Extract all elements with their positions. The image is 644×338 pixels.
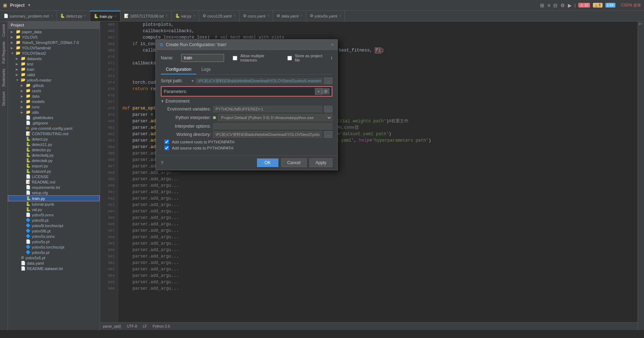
tree-item[interactable]: ▶ 📁 train — [8, 67, 100, 72]
tree-item[interactable]: 🔷 yolov5s.onnx — [8, 234, 100, 239]
tree-item[interactable]: 📄 LICENSE — [8, 174, 100, 179]
script-path-dropdown-icon[interactable]: ▼ — [191, 79, 194, 83]
tree-item[interactable]: 🔷 yolov5l.pt — [8, 217, 100, 223]
left-tool-commit[interactable]: Commit — [2, 24, 6, 36]
tree-item[interactable]: 🐍 detector.py — [8, 147, 100, 152]
tree-item[interactable]: 🐍 detectwbj.py — [8, 152, 100, 158]
working-dir-input[interactable] — [213, 131, 322, 138]
apply-button[interactable]: Apply — [309, 158, 332, 167]
interp-options-input[interactable] — [213, 123, 332, 129]
tree-item[interactable]: ▶ 📁 .github — [8, 83, 100, 88]
tree-item[interactable]: 📄 setup.cfg — [8, 190, 100, 195]
tree-item[interactable]: 🔷 yolov5l6.pt — [8, 228, 100, 234]
working-dir-browse-button[interactable]: ... — [324, 131, 332, 138]
tab-summary[interactable]: 📄 summary_problem.md × — [0, 11, 56, 21]
tree-item[interactable]: 📄 README.dataset.txt — [8, 266, 100, 271]
dialog-name-input[interactable] — [181, 54, 224, 62]
parameters-expand-button[interactable]: ⊞ — [322, 88, 330, 94]
cancel-button[interactable]: Cancel — [281, 158, 307, 167]
tree-item[interactable]: 🐍 detect11.py — [8, 142, 100, 147]
add-content-roots-checkbox[interactable] — [164, 139, 169, 144]
add-source-roots-checkbox[interactable] — [164, 146, 169, 150]
close-tab-4[interactable]: × — [193, 14, 195, 18]
parameters-input[interactable] — [192, 89, 314, 94]
sidebar-item-train[interactable]: 🐍 train.py — [8, 195, 100, 201]
settings-icon[interactable]: ⚙ — [560, 3, 565, 8]
tree-item[interactable]: 🐍 detectwk.py — [8, 158, 100, 163]
tree-item[interactable]: 📄 requirements.txt — [8, 185, 100, 190]
tree-item[interactable]: 📄 .gitattributes — [8, 115, 100, 120]
left-tool-pull[interactable]: Pull Requests — [2, 41, 6, 64]
tree-item[interactable]: 🐍 export.py — [8, 163, 100, 168]
tree-item[interactable]: ⚙ yolov5x6.pt — [8, 255, 100, 260]
close-tab-2[interactable]: × — [114, 14, 117, 18]
dialog-help-button[interactable]: ? — [161, 160, 163, 166]
tree-item[interactable]: ▼ 📂 yolov5-master — [8, 77, 100, 83]
tree-item[interactable]: 📄 yolov5l.onnx — [8, 212, 100, 217]
tab-coco128[interactable]: ⚙ coco128.yaml × — [199, 11, 239, 21]
tab-txt[interactable]: 📝 1655711770106.txt × — [120, 11, 172, 21]
tab-coco[interactable]: ⚙ coco.yaml × — [239, 11, 273, 21]
tree-item[interactable]: 🐍 hubconf.py — [8, 168, 100, 174]
tree-item[interactable]: 📄 data.yaml — [8, 260, 100, 266]
tree-item[interactable]: ▶ 📁 runs — [8, 104, 100, 109]
tree-item[interactable]: 🐍 tutorial.ipynb — [8, 201, 100, 207]
left-tool-bookmarks[interactable]: Bookmarks — [2, 69, 6, 87]
tree-item[interactable]: 📄 yolov5s.pt — [8, 239, 100, 244]
tree-item[interactable]: 🔷 yolov5s.torchscript — [8, 244, 100, 250]
left-tool-structure[interactable]: Structure — [2, 92, 6, 106]
tree-item[interactable]: 🔷 yolov5l.torchscript — [8, 223, 100, 228]
python-interp-select[interactable]: Project Default (Python 3.9) D:\Anaconda… — [218, 114, 332, 121]
close-tab-1[interactable]: × — [84, 14, 86, 18]
tab-yolov5s[interactable]: ⚙ yolov5s.yaml × — [306, 11, 345, 21]
tree-item[interactable]: ▶ 📁 data — [8, 93, 100, 99]
environment-toggle[interactable]: ▼ Environment — [161, 99, 332, 104]
tree-item[interactable]: ⚙ .pre-commit-config.yaml — [8, 126, 100, 131]
tree-item[interactable]: ▶ 📁 ceshi — [8, 88, 100, 93]
right-tool-icon1[interactable]: T — [639, 23, 643, 25]
layout-icon1[interactable]: ⊞ — [540, 3, 544, 8]
tab-train[interactable]: 🐍 train.py × — [90, 11, 120, 21]
layout-icon3[interactable]: ⊟ — [553, 3, 558, 8]
script-path-browse-button[interactable]: ... — [324, 78, 332, 84]
tree-item[interactable]: ▶ 📁 YOLOV5android — [8, 45, 100, 50]
script-path-input[interactable] — [196, 78, 323, 84]
layout-icon2[interactable]: ≡ — [547, 3, 550, 8]
env-vars-input[interactable] — [213, 106, 322, 112]
close-tab-5[interactable]: × — [233, 14, 236, 18]
tree-item[interactable]: ▶ 📁 paper_data — [8, 29, 100, 34]
ok-button[interactable]: OK — [257, 158, 278, 167]
tree-item[interactable]: 📄 .gitignore — [8, 120, 100, 126]
tree-item[interactable]: 🐍 detect.py — [8, 136, 100, 142]
tree-item[interactable]: ▼ 📂 YOLOV5test2 — [8, 50, 100, 56]
close-tab-8[interactable]: × — [339, 14, 341, 18]
tree-item[interactable]: 📝 CONTRIBUTING.md — [8, 131, 100, 136]
dialog[interactable]: ⚙ Create Run Configuration: 'train' × Na… — [155, 39, 338, 170]
tree-item[interactable]: 🐍 val.py — [8, 207, 100, 212]
dialog-tab-configuration[interactable]: Configuration — [161, 65, 196, 74]
close-tab-3[interactable]: × — [165, 14, 168, 18]
dialog-tab-logs[interactable]: Logs — [196, 65, 216, 74]
close-tab-7[interactable]: × — [300, 14, 302, 18]
tree-item[interactable]: ▶ 📁 YOLOV5 — [8, 34, 100, 40]
tree-item[interactable]: ▶ 📁 models — [8, 99, 100, 104]
tab-val[interactable]: 🐍 val.py × — [172, 11, 199, 21]
store-project-checkbox[interactable] — [287, 56, 292, 60]
parameters-add-button[interactable]: + — [315, 88, 322, 95]
dropdown-icon[interactable]: ▼ — [28, 3, 31, 7]
tab-data[interactable]: ⚙ data.yaml × — [273, 11, 306, 21]
env-vars-browse-button[interactable]: ... — [324, 106, 332, 112]
tree-item[interactable]: ▶ 📁 utils — [8, 109, 100, 115]
tree-item[interactable]: ▶ 📁 datasets — [8, 56, 100, 61]
close-tab-0[interactable]: × — [50, 14, 53, 18]
tree-item[interactable]: 🔷 yolov5x.pt — [8, 250, 100, 255]
tree-item[interactable]: 📝 README.md — [8, 179, 100, 185]
tab-detect[interactable]: 🐍 detect.py × — [56, 11, 90, 21]
allow-multiple-checkbox[interactable] — [233, 56, 237, 60]
run-icon[interactable]: ▶ — [568, 3, 572, 8]
tree-item[interactable]: ▶ 📁 valid — [8, 72, 100, 77]
close-tab-6[interactable]: × — [267, 14, 269, 18]
dialog-close-button[interactable]: × — [331, 42, 334, 48]
tree-item[interactable]: ▶ 📁 Yolov5_StrongSORT_OSNet-7.0 — [8, 40, 100, 45]
tree-item[interactable]: ▶ 📁 test — [8, 61, 100, 67]
